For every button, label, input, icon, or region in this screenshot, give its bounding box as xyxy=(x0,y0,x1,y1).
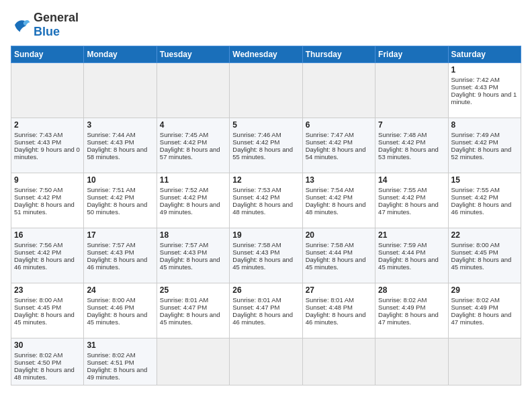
sunrise-text: Sunrise: 8:02 AM xyxy=(87,351,135,359)
sunrise-text: Sunrise: 7:55 AM xyxy=(451,186,500,193)
sunset-text: Sunset: 4:44 PM xyxy=(306,248,353,256)
calendar-cell xyxy=(302,338,375,385)
daylight-text: Daylight: 8 hours and 57 minutes. xyxy=(160,146,220,161)
sunset-text: Sunset: 4:47 PM xyxy=(160,304,207,311)
day-number: 27 xyxy=(306,285,372,295)
daylight-text: Daylight: 8 hours and 45 minutes. xyxy=(160,311,220,326)
calendar-cell xyxy=(375,338,448,385)
sunrise-text: Sunrise: 7:58 AM xyxy=(232,241,281,248)
sunrise-text: Sunrise: 8:01 AM xyxy=(232,296,281,304)
sunset-text: Sunset: 4:43 PM xyxy=(87,248,134,256)
sunrise-text: Sunrise: 7:55 AM xyxy=(378,186,427,193)
sunrise-text: Sunrise: 8:01 AM xyxy=(306,296,354,304)
calendar-cell: 3 Sunrise: 7:44 AM Sunset: 4:43 PM Dayli… xyxy=(84,118,157,173)
sunrise-text: Sunrise: 7:57 AM xyxy=(87,241,135,248)
day-number: 2 xyxy=(14,120,81,130)
sunset-text: Sunset: 4:46 PM xyxy=(87,304,134,311)
sunset-text: Sunset: 4:48 PM xyxy=(306,304,353,311)
daylight-text: Daylight: 8 hours and 48 minutes. xyxy=(306,201,366,216)
sunset-text: Sunset: 4:42 PM xyxy=(306,193,353,201)
sunset-text: Sunset: 4:45 PM xyxy=(451,248,498,256)
sunrise-text: Sunrise: 7:58 AM xyxy=(306,241,354,248)
day-number: 19 xyxy=(232,230,299,240)
day-number: 23 xyxy=(14,285,81,295)
day-number: 11 xyxy=(160,175,226,185)
sunrise-text: Sunrise: 8:02 AM xyxy=(378,296,427,304)
daylight-text: Daylight: 8 hours and 53 minutes. xyxy=(378,146,439,161)
calendar-cell: 30 Sunrise: 8:02 AM Sunset: 4:50 PM Dayl… xyxy=(11,338,84,385)
sunset-text: Sunset: 4:50 PM xyxy=(14,359,61,366)
day-number: 8 xyxy=(451,120,518,130)
calendar-cell: 25 Sunrise: 8:01 AM Sunset: 4:47 PM Dayl… xyxy=(157,283,229,338)
day-number: 16 xyxy=(14,230,81,240)
sunrise-text: Sunrise: 7:46 AM xyxy=(232,131,281,138)
calendar-cell xyxy=(230,63,302,118)
sunset-text: Sunset: 4:43 PM xyxy=(451,83,498,91)
day-number: 26 xyxy=(232,285,299,295)
daylight-text: Daylight: 8 hours and 48 minutes. xyxy=(14,366,75,381)
day-number: 17 xyxy=(87,230,153,240)
sunset-text: Sunset: 4:43 PM xyxy=(87,138,134,146)
calendar-cell: 9 Sunrise: 7:50 AM Sunset: 4:42 PM Dayli… xyxy=(11,173,84,228)
day-number: 22 xyxy=(451,230,518,240)
calendar-cell: 1 Sunrise: 7:42 AM Sunset: 4:43 PM Dayli… xyxy=(448,63,521,118)
daylight-text: Daylight: 8 hours and 58 minutes. xyxy=(87,146,147,161)
sunrise-text: Sunrise: 7:53 AM xyxy=(232,186,281,193)
sunset-text: Sunset: 4:42 PM xyxy=(160,193,207,201)
calendar-cell xyxy=(302,63,375,118)
sunset-text: Sunset: 4:51 PM xyxy=(87,359,134,366)
daylight-text: Daylight: 8 hours and 45 minutes. xyxy=(14,311,75,326)
day-number: 28 xyxy=(378,285,445,295)
daylight-text: Daylight: 8 hours and 46 minutes. xyxy=(87,256,147,271)
daylight-text: Daylight: 8 hours and 49 minutes. xyxy=(160,201,220,216)
header: General Blue xyxy=(11,11,521,39)
calendar-table: Sunday Monday Tuesday Wednesday Thursday… xyxy=(11,46,521,385)
daylight-text: Daylight: 9 hours and 0 minutes. xyxy=(14,146,80,161)
sunset-text: Sunset: 4:49 PM xyxy=(451,304,498,311)
sunset-text: Sunset: 4:43 PM xyxy=(160,248,207,256)
daylight-text: Daylight: 8 hours and 49 minutes. xyxy=(87,366,147,381)
calendar-cell: 6 Sunrise: 7:47 AM Sunset: 4:42 PM Dayli… xyxy=(302,118,375,173)
sunrise-text: Sunrise: 7:56 AM xyxy=(14,241,62,248)
daylight-text: Daylight: 8 hours and 47 minutes. xyxy=(378,201,439,216)
sunrise-text: Sunrise: 7:59 AM xyxy=(378,241,427,248)
day-number: 12 xyxy=(232,175,299,185)
daylight-text: Daylight: 8 hours and 46 minutes. xyxy=(14,256,75,271)
sunrise-text: Sunrise: 7:47 AM xyxy=(306,131,354,138)
sunrise-text: Sunrise: 7:43 AM xyxy=(14,131,62,138)
sunrise-text: Sunrise: 7:57 AM xyxy=(160,241,208,248)
calendar-cell: 8 Sunrise: 7:49 AM Sunset: 4:42 PM Dayli… xyxy=(448,118,521,173)
day-number: 13 xyxy=(306,175,372,185)
daylight-text: Daylight: 8 hours and 51 minutes. xyxy=(14,201,75,216)
calendar-cell xyxy=(157,63,229,118)
sunrise-text: Sunrise: 8:00 AM xyxy=(14,296,62,304)
calendar-cell: 26 Sunrise: 8:01 AM Sunset: 4:47 PM Dayl… xyxy=(230,283,302,338)
sunset-text: Sunset: 4:42 PM xyxy=(451,193,498,201)
day-number: 30 xyxy=(14,340,81,350)
calendar-cell: 14 Sunrise: 7:55 AM Sunset: 4:42 PM Dayl… xyxy=(375,173,448,228)
logo-general: General xyxy=(34,11,79,25)
sunset-text: Sunset: 4:49 PM xyxy=(378,304,425,311)
day-number: 5 xyxy=(232,120,299,130)
calendar-cell: 20 Sunrise: 7:58 AM Sunset: 4:44 PM Dayl… xyxy=(302,228,375,283)
daylight-text: Daylight: 8 hours and 54 minutes. xyxy=(306,146,366,161)
daylight-text: Daylight: 8 hours and 47 minutes. xyxy=(451,311,512,326)
sunrise-text: Sunrise: 8:01 AM xyxy=(160,296,208,304)
sunrise-text: Sunrise: 8:02 AM xyxy=(451,296,500,304)
calendar-cell xyxy=(375,63,448,118)
calendar-cell: 19 Sunrise: 7:58 AM Sunset: 4:43 PM Dayl… xyxy=(230,228,302,283)
daylight-text: Daylight: 8 hours and 45 minutes. xyxy=(451,256,512,271)
daylight-text: Daylight: 8 hours and 52 minutes. xyxy=(451,146,512,161)
calendar-cell: 2 Sunrise: 7:43 AM Sunset: 4:43 PM Dayli… xyxy=(11,118,84,173)
sunrise-text: Sunrise: 7:48 AM xyxy=(378,131,427,138)
daylight-text: Daylight: 8 hours and 45 minutes. xyxy=(378,256,439,271)
calendar-cell: 12 Sunrise: 7:53 AM Sunset: 4:42 PM Dayl… xyxy=(230,173,302,228)
sunset-text: Sunset: 4:42 PM xyxy=(232,193,279,201)
calendar-cell: 21 Sunrise: 7:59 AM Sunset: 4:44 PM Dayl… xyxy=(375,228,448,283)
day-number: 25 xyxy=(160,285,226,295)
sunrise-text: Sunrise: 8:00 AM xyxy=(451,241,500,248)
daylight-text: Daylight: 8 hours and 47 minutes. xyxy=(378,311,439,326)
col-wednesday: Wednesday xyxy=(230,46,302,63)
sunset-text: Sunset: 4:42 PM xyxy=(378,138,425,146)
sunrise-text: Sunrise: 7:54 AM xyxy=(306,186,354,193)
